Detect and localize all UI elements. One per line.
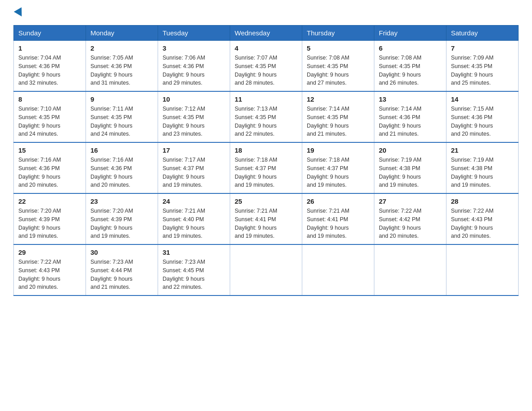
day-number: 7 [451,44,514,52]
day-info: Sunrise: 7:18 AMSunset: 4:37 PMDaylight:… [235,156,297,189]
day-number: 2 [90,44,153,52]
day-cell: 1Sunrise: 7:04 AMSunset: 4:36 PMDaylight… [14,41,86,92]
day-info: Sunrise: 7:19 AMSunset: 4:38 PMDaylight:… [379,156,442,189]
logo-blue-text [13,9,24,17]
day-cell: 20Sunrise: 7:19 AMSunset: 4:38 PMDayligh… [374,142,446,193]
day-cell: 4Sunrise: 7:07 AMSunset: 4:35 PMDaylight… [230,41,302,92]
week-row-3: 15Sunrise: 7:16 AMSunset: 4:36 PMDayligh… [14,142,519,193]
day-number: 20 [379,146,442,154]
day-cell: 2Sunrise: 7:05 AMSunset: 4:36 PMDaylight… [86,41,158,92]
day-cell [446,244,519,295]
day-number: 22 [18,197,81,205]
week-row-4: 22Sunrise: 7:20 AMSunset: 4:39 PMDayligh… [14,193,519,244]
day-cell: 11Sunrise: 7:13 AMSunset: 4:35 PMDayligh… [230,91,302,142]
day-number: 18 [235,146,297,154]
day-number: 25 [235,197,297,205]
day-info: Sunrise: 7:17 AMSunset: 4:37 PMDaylight:… [163,156,225,189]
day-cell: 6Sunrise: 7:08 AMSunset: 4:35 PMDaylight… [374,41,446,92]
week-row-1: 1Sunrise: 7:04 AMSunset: 4:36 PMDaylight… [14,41,519,92]
day-cell: 29Sunrise: 7:22 AMSunset: 4:43 PMDayligh… [14,244,86,295]
day-cell [374,244,446,295]
day-of-week-friday: Friday [374,26,446,41]
day-cell: 12Sunrise: 7:14 AMSunset: 4:35 PMDayligh… [302,91,374,142]
day-info: Sunrise: 7:21 AMSunset: 4:41 PMDaylight:… [235,207,297,240]
day-info: Sunrise: 7:21 AMSunset: 4:41 PMDaylight:… [307,207,369,240]
day-info: Sunrise: 7:22 AMSunset: 4:42 PMDaylight:… [379,207,442,240]
day-number: 16 [90,146,153,154]
day-number: 24 [163,197,225,205]
day-info: Sunrise: 7:09 AMSunset: 4:35 PMDaylight:… [451,54,514,87]
day-cell: 5Sunrise: 7:08 AMSunset: 4:35 PMDaylight… [302,41,374,92]
day-info: Sunrise: 7:21 AMSunset: 4:40 PMDaylight:… [163,207,225,240]
day-number: 9 [90,95,153,103]
day-cell [230,244,302,295]
day-number: 30 [90,248,153,256]
day-number: 1 [18,44,81,52]
day-number: 26 [307,197,369,205]
day-number: 23 [90,197,153,205]
day-of-week-saturday: Saturday [446,26,519,41]
day-number: 6 [379,44,442,52]
week-row-5: 29Sunrise: 7:22 AMSunset: 4:43 PMDayligh… [14,244,519,295]
day-cell: 27Sunrise: 7:22 AMSunset: 4:42 PMDayligh… [374,193,446,244]
day-cell: 7Sunrise: 7:09 AMSunset: 4:35 PMDaylight… [446,41,519,92]
day-info: Sunrise: 7:19 AMSunset: 4:38 PMDaylight:… [451,156,514,189]
day-cell: 22Sunrise: 7:20 AMSunset: 4:39 PMDayligh… [14,193,86,244]
day-info: Sunrise: 7:08 AMSunset: 4:35 PMDaylight:… [307,54,369,87]
calendar-body: 1Sunrise: 7:04 AMSunset: 4:36 PMDaylight… [14,41,519,296]
day-number: 17 [163,146,225,154]
page-header [13,9,519,17]
day-number: 28 [451,197,514,205]
day-number: 21 [451,146,514,154]
day-cell: 24Sunrise: 7:21 AMSunset: 4:40 PMDayligh… [158,193,230,244]
day-info: Sunrise: 7:11 AMSunset: 4:35 PMDaylight:… [90,105,153,138]
day-number: 29 [18,248,81,256]
day-info: Sunrise: 7:23 AMSunset: 4:45 PMDaylight:… [163,258,225,291]
day-info: Sunrise: 7:08 AMSunset: 4:35 PMDaylight:… [379,54,442,87]
days-of-week-row: SundayMondayTuesdayWednesdayThursdayFrid… [14,26,519,41]
day-info: Sunrise: 7:14 AMSunset: 4:36 PMDaylight:… [379,105,442,138]
day-of-week-thursday: Thursday [302,26,374,41]
day-info: Sunrise: 7:22 AMSunset: 4:43 PMDaylight:… [451,207,514,240]
day-cell: 16Sunrise: 7:16 AMSunset: 4:36 PMDayligh… [86,142,158,193]
day-number: 19 [307,146,369,154]
day-info: Sunrise: 7:10 AMSunset: 4:35 PMDaylight:… [18,105,81,138]
day-info: Sunrise: 7:20 AMSunset: 4:39 PMDaylight:… [18,207,81,240]
day-info: Sunrise: 7:16 AMSunset: 4:36 PMDaylight:… [18,156,81,189]
day-number: 14 [451,95,514,103]
day-cell: 9Sunrise: 7:11 AMSunset: 4:35 PMDaylight… [86,91,158,142]
calendar-header: SundayMondayTuesdayWednesdayThursdayFrid… [14,26,519,41]
week-row-2: 8Sunrise: 7:10 AMSunset: 4:35 PMDaylight… [14,91,519,142]
day-of-week-wednesday: Wednesday [230,26,302,41]
day-number: 5 [307,44,369,52]
day-cell: 18Sunrise: 7:18 AMSunset: 4:37 PMDayligh… [230,142,302,193]
day-cell: 14Sunrise: 7:15 AMSunset: 4:36 PMDayligh… [446,91,519,142]
day-info: Sunrise: 7:12 AMSunset: 4:35 PMDaylight:… [163,105,225,138]
logo [13,9,24,17]
day-info: Sunrise: 7:07 AMSunset: 4:35 PMDaylight:… [235,54,297,87]
day-number: 8 [18,95,81,103]
day-of-week-monday: Monday [86,26,158,41]
day-cell: 15Sunrise: 7:16 AMSunset: 4:36 PMDayligh… [14,142,86,193]
day-number: 12 [307,95,369,103]
day-cell: 26Sunrise: 7:21 AMSunset: 4:41 PMDayligh… [302,193,374,244]
day-cell: 10Sunrise: 7:12 AMSunset: 4:35 PMDayligh… [158,91,230,142]
day-cell: 3Sunrise: 7:06 AMSunset: 4:36 PMDaylight… [158,41,230,92]
day-info: Sunrise: 7:18 AMSunset: 4:37 PMDaylight:… [307,156,369,189]
day-number: 3 [163,44,225,52]
day-info: Sunrise: 7:15 AMSunset: 4:36 PMDaylight:… [451,105,514,138]
day-number: 31 [163,248,225,256]
day-cell: 23Sunrise: 7:20 AMSunset: 4:39 PMDayligh… [86,193,158,244]
day-cell: 21Sunrise: 7:19 AMSunset: 4:38 PMDayligh… [446,142,519,193]
day-cell: 30Sunrise: 7:23 AMSunset: 4:44 PMDayligh… [86,244,158,295]
day-of-week-tuesday: Tuesday [158,26,230,41]
day-cell [302,244,374,295]
calendar-table: SundayMondayTuesdayWednesdayThursdayFrid… [13,25,519,296]
day-number: 27 [379,197,442,205]
day-info: Sunrise: 7:14 AMSunset: 4:35 PMDaylight:… [307,105,369,138]
day-info: Sunrise: 7:22 AMSunset: 4:43 PMDaylight:… [18,258,81,291]
day-number: 13 [379,95,442,103]
day-info: Sunrise: 7:05 AMSunset: 4:36 PMDaylight:… [90,54,153,87]
day-cell: 19Sunrise: 7:18 AMSunset: 4:37 PMDayligh… [302,142,374,193]
day-number: 4 [235,44,297,52]
